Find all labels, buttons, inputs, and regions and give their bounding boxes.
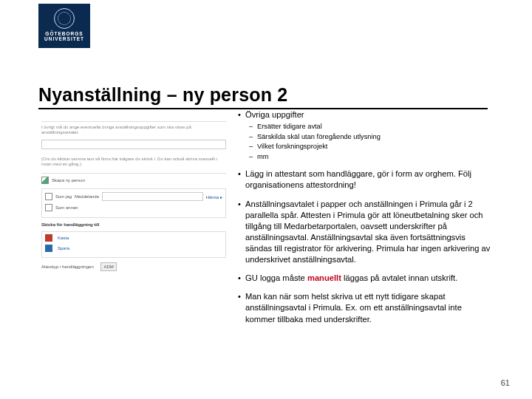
bullet-ovriga: Övriga uppgifter Ersätter tidigare avtal… (245, 109, 492, 161)
save-icon (45, 245, 52, 252)
sub-ersatter: Ersätter tidigare avtal (257, 122, 492, 132)
bullet-attestant: Lägg in attestant som handläggare, gör i… (245, 168, 492, 191)
seal-icon (54, 8, 75, 29)
logo-line1: GÖTEBORGS (38, 31, 90, 36)
sub-sarskilda: Särskilda skäl utan föregående utlysning (257, 132, 492, 142)
bullet-content: Övriga uppgifter Ersätter tidigare avtal… (236, 109, 492, 330)
kasta-link: Kasta (58, 236, 69, 240)
bullet-nar-som-helst: Man kan när som helst skriva ut ett nytt… (245, 291, 492, 324)
logo-line2: UNIVERSITET (38, 36, 90, 41)
skapa-label: Skapa ny person (52, 178, 85, 183)
page-title: Nyanställning – ny person 2 (38, 84, 287, 106)
bullet-anstallningsavtal: Anställningsavtalet i papper och anställ… (245, 199, 492, 266)
sub-mm: mm (257, 152, 492, 162)
university-logo: GÖTEBORGS UNIVERSITET (38, 4, 90, 48)
b3-em: manuellt (307, 273, 341, 282)
checkbox-icon (41, 177, 49, 184)
title-text: Nyanställning – ny person 2 (38, 84, 287, 105)
dropdown: ADM (100, 262, 116, 271)
b0-label: Övriga uppgifter (245, 110, 304, 119)
form-screenshot-mock: I övrigt må du ange eventuella övriga an… (41, 113, 226, 272)
spara-link: Spara (58, 246, 69, 250)
b3-pre: GU logga måste (245, 273, 307, 282)
trash-icon (45, 234, 52, 242)
bullet-gu-logga: GU logga måste manuellt läggas på avtale… (245, 273, 492, 284)
b3-post: läggas på avtalet innan utskrift. (341, 273, 457, 282)
page-number: 61 (501, 378, 510, 387)
sub-vilket: Vilket forskningsprojekt (257, 142, 492, 151)
